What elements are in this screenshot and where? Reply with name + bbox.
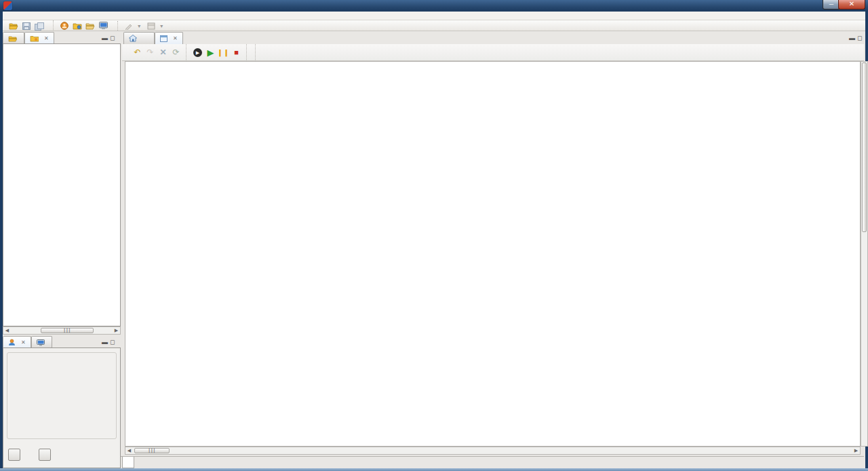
scroll-right-icon[interactable]: ▶ [113,328,119,333]
edit-dropdown-icon[interactable] [123,22,134,31]
close-button[interactable]: ✕ [838,0,865,10]
resume-icon[interactable]: ▶ [205,47,216,58]
undo-icon[interactable]: ↶ [132,47,143,58]
canvas-horizontal-scrollbar[interactable]: ◀ ┃┃┃ ▶ [125,447,861,455]
open-folder-icon[interactable] [8,22,19,31]
close-tab-icon[interactable]: ✕ [44,35,49,41]
tab-digital-clock-experiment[interactable]: ✕ [155,32,183,44]
save-icon[interactable] [21,22,32,31]
editor-toolbar: ↶ ↷ ✕ ⟳ ▶ ▶ ❙❙ ■ [122,44,864,61]
tab-experiment-debugger[interactable] [31,336,52,348]
view-dropdown-icon[interactable] [146,22,157,31]
run-icon[interactable]: ▶ [192,47,203,58]
main-toolbar: ▼ ▼ [3,20,865,31]
close-tab-icon[interactable]: ✕ [21,339,26,345]
workbench: ✕ ▬◻ ◀ ┃┃┃ ▶ ✕ ▬◻ [3,31,865,468]
close-tab-icon[interactable]: ✕ [173,35,178,41]
scroll-right-icon[interactable]: ▶ [853,448,859,453]
redo-icon[interactable]: ↷ [144,47,156,58]
user-session-icon[interactable] [59,21,70,31]
tab-report-browser[interactable] [123,32,155,44]
refresh-icon[interactable]: ⟳ [170,47,182,58]
scrollbar-thumb[interactable] [862,62,867,232]
scroll-left-icon[interactable]: ◀ [126,448,132,453]
user-info-group [7,352,117,439]
canvas-vertical-scrollbar[interactable] [861,61,868,447]
editor-minimize-maximize-icons[interactable]: ▬◻ [849,35,864,41]
logout-button[interactable] [8,449,20,461]
tab-experiment-samples[interactable]: ✕ [24,32,54,44]
menu-bar [3,12,865,20]
save-all-icon[interactable] [34,22,45,31]
view-dropdown-caret[interactable]: ▼ [159,24,164,29]
scrollbar-thumb[interactable]: ┃┃┃ [41,328,94,333]
tree-horizontal-scrollbar[interactable]: ◀ ┃┃┃ ▶ [3,326,121,335]
monitor-icon[interactable] [98,21,108,31]
experiment-tree [3,43,121,326]
application-window: ─ ❐ ✕ [0,0,868,471]
tab-user-info[interactable]: ✕ [3,336,31,348]
app-icon [3,1,12,10]
scroll-left-icon[interactable]: ◀ [4,328,10,333]
user-info-panel [3,347,121,468]
user-info-view: ✕ ▬◻ [3,335,121,468]
open-experiment-folder-icon[interactable] [85,21,96,31]
experiment-explorer-view: ✕ ▬◻ ◀ ┃┃┃ ▶ [3,31,121,335]
bottom-tab-bar [121,456,864,468]
view-minimize-maximize-icons[interactable]: ▬◻ [102,339,117,345]
scrollbar-thumb[interactable]: ┃┃┃ [134,448,170,453]
stop-icon[interactable]: ■ [231,47,242,58]
delete-icon[interactable]: ✕ [157,47,169,58]
view-minimize-maximize-icons[interactable]: ▬◻ [102,35,117,41]
edit-dropdown-caret[interactable]: ▼ [137,24,142,29]
tab-experiment-plan[interactable] [3,32,24,44]
pause-icon[interactable]: ❙❙ [218,47,229,58]
tab-experiment-bench[interactable] [122,457,134,468]
relogin-button[interactable] [39,449,51,461]
circuit-canvas[interactable] [125,61,861,447]
title-bar: ─ ❐ ✕ [0,0,868,12]
window-bottom-border [0,468,868,471]
sample-folder-icon[interactable] [72,21,83,31]
